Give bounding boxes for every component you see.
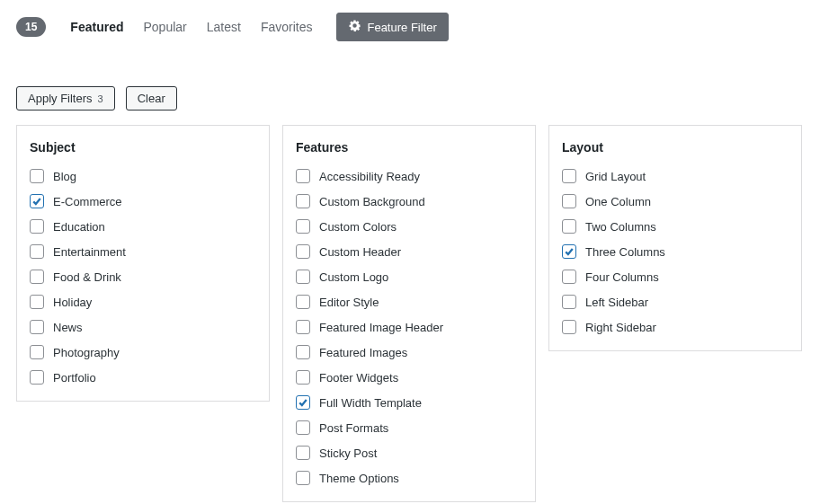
- apply-filters-count: 3: [98, 93, 103, 104]
- filter-option[interactable]: Holiday: [30, 295, 256, 309]
- filter-option[interactable]: Custom Colors: [296, 219, 522, 234]
- filter-option-label: Accessibility Ready: [319, 170, 420, 183]
- checkbox[interactable]: [30, 345, 44, 359]
- filter-option[interactable]: Blog: [30, 169, 256, 183]
- filter-option-label: Photography: [53, 346, 120, 359]
- filter-option[interactable]: Education: [30, 219, 256, 234]
- checkbox[interactable]: [296, 370, 310, 385]
- checkbox[interactable]: [30, 244, 44, 259]
- filter-option[interactable]: One Column: [562, 194, 789, 208]
- filter-box-features: FeaturesAccessibility ReadyCustom Backgr…: [282, 125, 536, 502]
- checkbox[interactable]: [296, 219, 310, 234]
- checkbox[interactable]: [30, 320, 44, 334]
- checkbox[interactable]: [296, 295, 310, 309]
- filter-option-label: Custom Background: [319, 195, 425, 208]
- checkbox[interactable]: [30, 295, 44, 309]
- filter-option[interactable]: Three Columns: [562, 244, 789, 259]
- filter-option-label: Entertainment: [53, 245, 126, 259]
- filter-option[interactable]: Custom Background: [296, 194, 522, 208]
- filter-option-label: Featured Images: [319, 346, 407, 359]
- checkbox[interactable]: [562, 320, 576, 334]
- filter-option-label: Full Width Template: [319, 396, 422, 410]
- filter-option-label: Right Sidebar: [585, 321, 656, 334]
- checkbox[interactable]: [296, 471, 310, 485]
- filter-option[interactable]: Custom Logo: [296, 270, 522, 284]
- filter-option[interactable]: Theme Options: [296, 471, 522, 485]
- checkbox[interactable]: [30, 270, 44, 284]
- checkbox[interactable]: [30, 219, 44, 234]
- filter-option[interactable]: Photography: [30, 345, 256, 359]
- filter-actions: Apply Filters 3 Clear: [16, 86, 804, 111]
- filter-option-label: Custom Header: [319, 245, 401, 259]
- checkbox[interactable]: [296, 320, 310, 334]
- tab-latest[interactable]: Latest: [199, 16, 249, 38]
- filter-option[interactable]: Four Columns: [562, 270, 789, 284]
- checkbox[interactable]: [562, 169, 576, 183]
- filter-option-label: Grid Layout: [585, 170, 646, 183]
- checkbox[interactable]: [296, 420, 310, 435]
- filter-option-label: Four Columns: [585, 270, 659, 284]
- filter-option-label: Featured Image Header: [319, 321, 443, 334]
- checkbox[interactable]: [562, 219, 576, 234]
- checkbox[interactable]: [562, 194, 576, 208]
- checkbox[interactable]: [30, 370, 44, 385]
- filter-option[interactable]: Footer Widgets: [296, 370, 522, 385]
- checkbox[interactable]: [296, 395, 310, 410]
- filter-box-layout: LayoutGrid LayoutOne ColumnTwo ColumnsTh…: [548, 125, 802, 351]
- checkbox[interactable]: [296, 244, 310, 259]
- filter-option[interactable]: News: [30, 320, 256, 334]
- filter-option[interactable]: E-Commerce: [30, 194, 256, 208]
- checkbox[interactable]: [296, 270, 310, 284]
- filter-option[interactable]: Featured Images: [296, 345, 522, 359]
- tab-featured[interactable]: Featured: [62, 16, 131, 38]
- filter-option[interactable]: Accessibility Ready: [296, 169, 522, 183]
- filter-option-label: Food & Drink: [53, 270, 121, 284]
- checkbox[interactable]: [562, 295, 576, 309]
- checkbox[interactable]: [30, 169, 44, 183]
- filter-option-label: Left Sidebar: [585, 296, 648, 309]
- filter-option-label: Theme Options: [319, 472, 399, 485]
- filter-grid: SubjectBlogE-CommerceEducationEntertainm…: [16, 125, 804, 502]
- filter-tabs: 15 Featured Popular Latest Favorites Fea…: [16, 13, 804, 41]
- filter-option-label: Custom Colors: [319, 220, 397, 234]
- filter-option-label: Two Columns: [585, 220, 656, 234]
- tab-favorites[interactable]: Favorites: [253, 16, 321, 38]
- filter-option-label: Three Columns: [585, 245, 665, 259]
- checkbox[interactable]: [296, 169, 310, 183]
- theme-count-pill: 15: [16, 17, 46, 37]
- checkbox[interactable]: [296, 194, 310, 208]
- feature-filter-button[interactable]: Feature Filter: [336, 13, 448, 41]
- filter-option-label: Footer Widgets: [319, 371, 398, 385]
- filter-option-label: Holiday: [53, 296, 92, 309]
- filter-option[interactable]: Two Columns: [562, 219, 789, 234]
- checkbox[interactable]: [562, 244, 576, 259]
- filter-option-label: News: [53, 321, 83, 334]
- filter-option-label: Custom Logo: [319, 270, 388, 284]
- checkbox[interactable]: [296, 446, 310, 460]
- filter-option[interactable]: Custom Header: [296, 244, 522, 259]
- filter-option[interactable]: Entertainment: [30, 244, 256, 259]
- filter-option-label: E-Commerce: [53, 195, 122, 208]
- filter-option[interactable]: Food & Drink: [30, 270, 256, 284]
- filter-option-label: Editor Style: [319, 296, 379, 309]
- filter-option-label: Sticky Post: [319, 447, 377, 460]
- filter-option[interactable]: Portfolio: [30, 370, 256, 385]
- checkbox[interactable]: [30, 194, 44, 208]
- apply-filters-button[interactable]: Apply Filters 3: [16, 86, 115, 111]
- filter-option[interactable]: Editor Style: [296, 295, 522, 309]
- filter-option[interactable]: Sticky Post: [296, 446, 522, 460]
- filter-option[interactable]: Grid Layout: [562, 169, 789, 183]
- filter-option-label: Portfolio: [53, 371, 96, 385]
- tab-popular[interactable]: Popular: [135, 16, 194, 38]
- filter-option[interactable]: Left Sidebar: [562, 295, 789, 309]
- filter-option[interactable]: Right Sidebar: [562, 320, 789, 334]
- filter-box-title: Features: [296, 140, 522, 155]
- filter-option-label: Blog: [53, 170, 76, 183]
- checkbox[interactable]: [296, 345, 310, 359]
- filter-option[interactable]: Post Formats: [296, 420, 522, 435]
- filter-option[interactable]: Featured Image Header: [296, 320, 522, 334]
- filter-option[interactable]: Full Width Template: [296, 395, 522, 410]
- checkbox[interactable]: [562, 270, 576, 284]
- clear-button[interactable]: Clear: [126, 86, 177, 111]
- filter-box-subject: SubjectBlogE-CommerceEducationEntertainm…: [16, 125, 270, 402]
